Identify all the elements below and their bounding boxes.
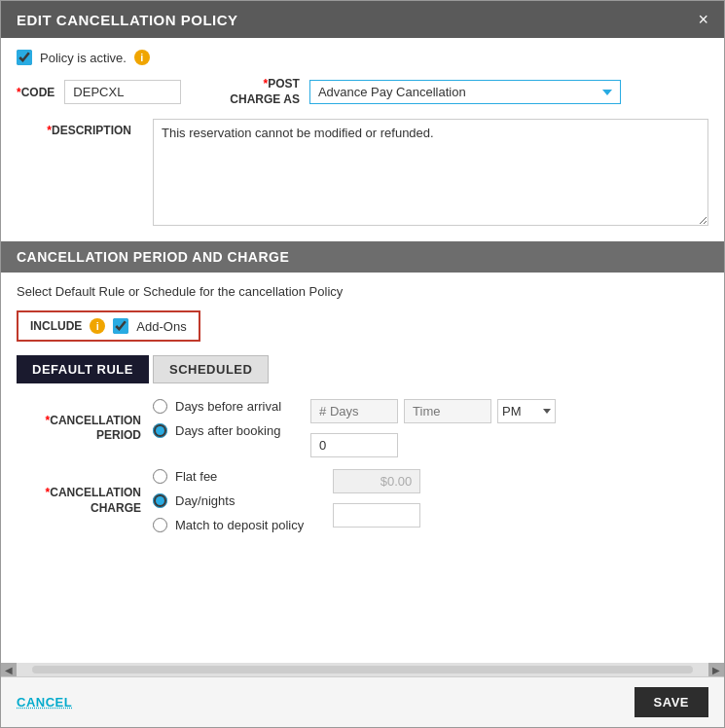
- match-deposit-radio[interactable]: [153, 518, 167, 532]
- days-after-label: Days after booking: [175, 423, 280, 438]
- period-label: *CANCELLATIONPERIOD: [17, 414, 153, 444]
- flat-fee-label: Flat fee: [175, 469, 217, 484]
- cancel-button[interactable]: CANCEL: [17, 695, 72, 710]
- scroll-right-arrow[interactable]: ▶: [708, 663, 724, 676]
- cancellation-period-row: *CANCELLATIONPERIOD Days before arrival …: [17, 399, 708, 457]
- edit-cancellation-modal: EDIT CANCELLATION POLICY × Policy is act…: [0, 0, 725, 728]
- default-rule-tab[interactable]: DEFAULT RULE: [17, 355, 149, 383]
- modal-header: EDIT CANCELLATION POLICY ×: [1, 1, 724, 38]
- policy-active-label: Policy is active.: [40, 51, 127, 65]
- scheduled-tab[interactable]: SCHEDULED: [153, 355, 269, 383]
- modal-body: Policy is active. i *CODE *POSTCHARGE AS…: [1, 38, 724, 663]
- policy-active-checkbox[interactable]: [17, 50, 32, 65]
- fields-area: *CANCELLATIONPERIOD Days before arrival …: [17, 399, 708, 532]
- match-deposit-label: Match to deposit policy: [175, 518, 304, 532]
- code-input[interactable]: [64, 80, 181, 104]
- day-nights-option: Day/nights: [153, 493, 304, 508]
- addons-checkbox[interactable]: [113, 318, 128, 334]
- modal-footer: CANCEL SAVE: [1, 676, 724, 727]
- days-after-input[interactable]: [310, 433, 398, 457]
- horizontal-scrollbar[interactable]: ◀ ▶: [1, 663, 724, 676]
- include-box: INCLUDE i Add-Ons: [17, 310, 200, 342]
- post-charge-label: *POSTCHARGE AS: [230, 77, 300, 107]
- flat-fee-option: Flat fee: [153, 469, 304, 484]
- flat-fee-input: [333, 469, 420, 493]
- days-before-label: Days before arrival: [175, 399, 281, 414]
- ampm-select[interactable]: PM AM: [497, 399, 556, 423]
- description-label: *DESCRIPTION: [47, 124, 131, 137]
- scroll-track[interactable]: [32, 666, 693, 673]
- match-deposit-option: Match to deposit policy: [153, 518, 304, 532]
- description-row: *DESCRIPTION This reservation cannot be …: [17, 119, 708, 226]
- policy-info-icon: i: [134, 50, 150, 65]
- flat-fee-radio[interactable]: [153, 469, 167, 484]
- tabs-row: DEFAULT RULE SCHEDULED: [17, 355, 708, 383]
- day-nights-input[interactable]: [333, 503, 420, 528]
- day-nights-radio[interactable]: [153, 493, 167, 508]
- time-input[interactable]: [404, 399, 491, 423]
- period-options: Days before arrival Days after booking: [153, 399, 281, 438]
- day-nights-label: Day/nights: [175, 493, 235, 508]
- include-info-icon: i: [90, 318, 105, 334]
- policy-active-row: Policy is active. i: [17, 50, 708, 65]
- flat-fee-inputs: [333, 469, 420, 493]
- days-before-inputs: PM AM: [310, 399, 556, 423]
- days-after-inputs: [310, 433, 556, 457]
- days-before-input[interactable]: [310, 399, 398, 423]
- cancellation-section: Select Default Rule or Schedule for the …: [1, 273, 724, 544]
- days-before-radio[interactable]: [153, 399, 167, 414]
- day-nights-inputs: [333, 503, 420, 528]
- select-rule-text: Select Default Rule or Schedule for the …: [17, 284, 708, 299]
- include-label: INCLUDE: [30, 319, 82, 333]
- charge-options: Flat fee Day/nights Match to deposit pol…: [153, 469, 304, 532]
- cancellation-charge-row: *CANCELLATIONCHARGE Flat fee Day/nights: [17, 469, 708, 532]
- days-after-radio[interactable]: [153, 423, 167, 438]
- charge-label: *CANCELLATIONCHARGE: [17, 486, 153, 516]
- days-after-option: Days after booking: [153, 423, 281, 438]
- modal-title: EDIT CANCELLATION POLICY: [17, 12, 238, 28]
- cancellation-section-header: CANCELLATION PERIOD AND CHARGE: [1, 241, 724, 273]
- close-button[interactable]: ×: [698, 11, 708, 28]
- addons-label: Add-Ons: [136, 319, 186, 334]
- save-button[interactable]: SAVE: [634, 687, 708, 717]
- description-textarea[interactable]: This reservation cannot be modified or r…: [153, 119, 708, 226]
- form-section: Policy is active. i *CODE *POSTCHARGE AS…: [1, 38, 724, 241]
- days-before-option: Days before arrival: [153, 399, 281, 414]
- post-charge-select[interactable]: Advance Pay Cancellation: [309, 80, 621, 104]
- scroll-left-arrow[interactable]: ◀: [1, 663, 17, 676]
- code-postcharge-row: *CODE *POSTCHARGE AS Advance Pay Cancell…: [17, 77, 708, 107]
- code-label: *CODE: [17, 86, 54, 99]
